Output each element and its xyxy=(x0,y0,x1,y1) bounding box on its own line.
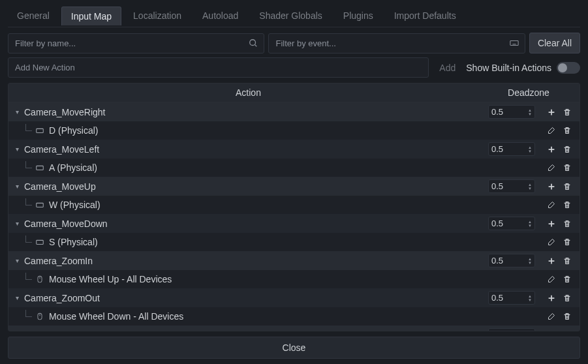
delete-action-button[interactable] xyxy=(561,144,573,155)
delete-action-button[interactable] xyxy=(561,329,573,331)
action-row: ▾ Camera_ZoomReset 0.5 ▲▼ xyxy=(8,326,580,331)
spinner-icon[interactable]: ▲▼ xyxy=(528,257,532,265)
deadzone-input[interactable]: 0.5 ▲▼ xyxy=(488,142,535,156)
edit-event-button[interactable] xyxy=(546,236,557,248)
add-event-button[interactable] xyxy=(546,329,557,331)
delete-event-button[interactable] xyxy=(561,236,573,248)
tab-import-defaults[interactable]: Import Defaults xyxy=(385,7,465,25)
expand-icon[interactable]: ▾ xyxy=(12,257,22,264)
event-row: W (Physical) xyxy=(8,196,580,214)
deadzone-input[interactable]: 0.5 ▲▼ xyxy=(488,217,535,230)
mouse-icon xyxy=(35,274,45,284)
add-event-button[interactable] xyxy=(546,292,557,304)
svg-rect-2 xyxy=(37,129,44,132)
event-row: Mouse Wheel Up - All Devices xyxy=(8,270,580,288)
action-name[interactable]: Camera_ZoomReset xyxy=(22,329,488,331)
event-label[interactable]: S (Physical) xyxy=(49,237,540,247)
filter-event-wrapper xyxy=(268,33,525,53)
expand-icon[interactable]: ▾ xyxy=(12,294,22,301)
delete-action-button[interactable] xyxy=(561,255,573,267)
show-builtin-label: Show Built-in Actions xyxy=(466,63,551,73)
spinner-icon[interactable]: ▲▼ xyxy=(528,145,532,153)
edit-event-button[interactable] xyxy=(546,199,557,211)
add-action-input[interactable] xyxy=(8,57,429,78)
expand-icon[interactable]: ▾ xyxy=(12,220,22,227)
deadzone-input[interactable]: 0.5 ▲▼ xyxy=(488,328,535,331)
keyboard-icon xyxy=(35,162,45,173)
add-event-button[interactable] xyxy=(546,181,557,192)
svg-rect-4 xyxy=(37,203,44,207)
action-name[interactable]: Camera_MoveDown xyxy=(22,217,488,230)
action-row: ▾ Camera_ZoomOut 0.5 ▲▼ xyxy=(8,288,580,307)
action-name[interactable]: Camera_ZoomIn xyxy=(22,254,488,267)
event-row: S (Physical) xyxy=(8,233,580,251)
close-button[interactable]: Close xyxy=(8,337,580,359)
spinner-icon[interactable]: ▲▼ xyxy=(528,108,532,116)
event-row: D (Physical) xyxy=(8,121,580,140)
filter-name-input[interactable] xyxy=(8,33,264,53)
action-row: ▾ Camera_ZoomIn 0.5 ▲▼ xyxy=(8,251,580,270)
delete-event-button[interactable] xyxy=(561,125,573,136)
delete-event-button[interactable] xyxy=(561,311,573,322)
deadzone-input[interactable]: 0.5 ▲▼ xyxy=(488,291,535,305)
add-event-button[interactable] xyxy=(546,106,557,118)
add-button[interactable]: Add xyxy=(433,58,462,78)
tab-plugins[interactable]: Plugins xyxy=(334,7,382,25)
deadzone-input[interactable]: 0.5 ▲▼ xyxy=(488,179,535,193)
tree-branch-icon xyxy=(23,124,35,137)
action-name[interactable]: Camera_ZoomOut xyxy=(22,292,488,305)
expand-icon[interactable]: ▾ xyxy=(12,145,22,153)
spinner-icon[interactable]: ▲▼ xyxy=(528,183,532,190)
spinner-icon[interactable]: ▲▼ xyxy=(528,220,532,228)
delete-action-button[interactable] xyxy=(561,292,573,304)
add-event-button[interactable] xyxy=(546,255,557,267)
deadzone-input[interactable]: 0.5 ▲▼ xyxy=(488,254,535,267)
tab-general[interactable]: General xyxy=(8,7,59,25)
delete-event-button[interactable] xyxy=(561,199,573,211)
edit-event-button[interactable] xyxy=(546,311,557,322)
tree-branch-icon xyxy=(23,310,35,323)
deadzone-input[interactable]: 0.5 ▲▼ xyxy=(488,105,535,119)
action-row: ▾ Camera_MoveDown 0.5 ▲▼ xyxy=(8,214,580,233)
event-label[interactable]: A (Physical) xyxy=(49,162,540,173)
delete-action-button[interactable] xyxy=(561,106,573,118)
clear-all-button[interactable]: Clear All xyxy=(529,33,580,53)
event-label[interactable]: Mouse Wheel Down - All Devices xyxy=(49,311,540,322)
delete-event-button[interactable] xyxy=(561,162,573,174)
action-row: ▾ Camera_MoveUp 0.5 ▲▼ xyxy=(8,177,580,196)
edit-event-button[interactable] xyxy=(546,125,557,136)
delete-event-button[interactable] xyxy=(561,273,573,285)
expand-icon[interactable]: ▾ xyxy=(12,108,22,115)
filter-event-input[interactable] xyxy=(268,33,525,53)
tab-input-map[interactable]: Input Map xyxy=(61,7,121,25)
keyboard-icon xyxy=(35,200,45,210)
show-builtin-toggle[interactable] xyxy=(557,62,580,74)
event-label[interactable]: Mouse Wheel Up - All Devices xyxy=(49,274,540,284)
tree-branch-icon xyxy=(23,235,35,249)
svg-rect-5 xyxy=(37,240,44,244)
event-row: A (Physical) xyxy=(8,159,580,177)
tab-autoload[interactable]: Autoload xyxy=(193,7,247,25)
tab-shader-globals[interactable]: Shader Globals xyxy=(250,7,332,25)
tree-branch-icon xyxy=(23,198,35,211)
action-column-header: Action xyxy=(14,87,483,98)
action-name[interactable]: Camera_MoveUp xyxy=(22,180,488,193)
edit-event-button[interactable] xyxy=(546,162,557,174)
deadzone-column-header: Deadzone xyxy=(483,87,574,98)
spinner-icon[interactable]: ▲▼ xyxy=(528,294,532,302)
expand-icon[interactable]: ▾ xyxy=(12,183,22,190)
edit-event-button[interactable] xyxy=(546,273,557,285)
action-row: ▾ Camera_MoveLeft 0.5 ▲▼ xyxy=(8,140,580,159)
delete-action-button[interactable] xyxy=(561,181,573,192)
add-event-button[interactable] xyxy=(546,144,557,155)
event-label[interactable]: D (Physical) xyxy=(49,125,540,136)
event-label[interactable]: W (Physical) xyxy=(49,200,540,210)
action-name[interactable]: Camera_MoveRight xyxy=(22,106,488,119)
add-event-button[interactable] xyxy=(546,218,557,230)
action-name[interactable]: Camera_MoveLeft xyxy=(22,143,488,156)
actions-table: Action Deadzone ▾ Camera_MoveRight 0.5 ▲… xyxy=(8,83,580,331)
tab-localization[interactable]: Localization xyxy=(124,7,191,25)
filter-name-wrapper xyxy=(8,33,264,53)
delete-action-button[interactable] xyxy=(561,218,573,230)
keyboard-icon xyxy=(35,237,45,247)
